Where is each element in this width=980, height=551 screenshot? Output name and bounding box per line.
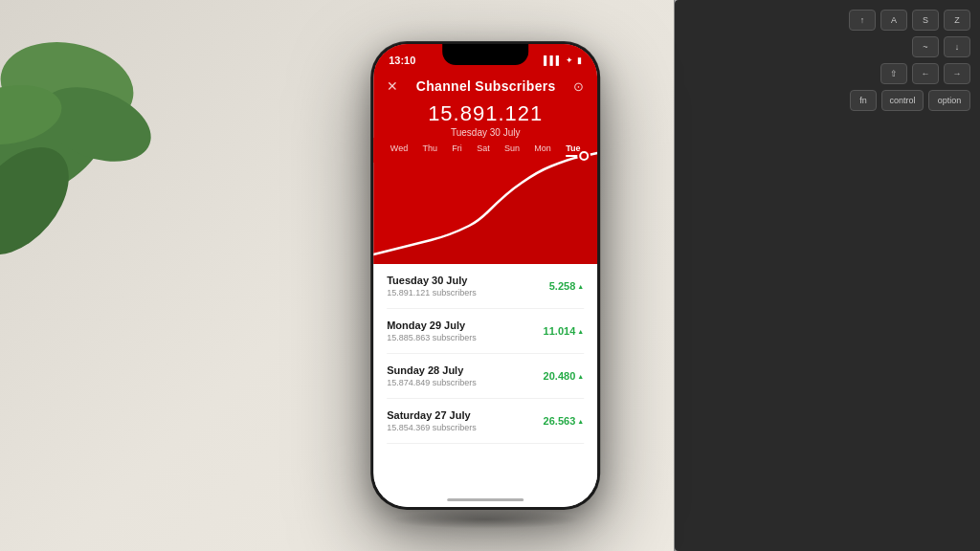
stat-subs-1: 15.885.863 subscribers [387,333,477,342]
key-arrow-down: ↓ [944,36,970,57]
svg-point-6 [581,153,587,159]
key-fn: fn [850,90,877,111]
plant-decoration [0,0,191,297]
key-arrow-left: ← [912,63,939,84]
stat-subs-0: 15.891.121 subscribers [387,288,477,298]
stat-subs-3: 15.854.369 subscribers [387,423,477,432]
phone: 13:10 ▌▌▌ ✦ ▮ ✕ Channel Subscribers ⊙ [370,41,600,510]
stat-info-1: Monday 29 July 15.885.863 subscribers [387,320,477,342]
chart-section: 13:10 ▌▌▌ ✦ ▮ ✕ Channel Subscribers ⊙ [373,44,597,264]
laptop: ↑ A S Z ~ ↓ ⇧ ← → fn control option [674,0,980,551]
phone-notch [442,44,528,65]
camera-icon[interactable]: ⊙ [573,79,584,94]
stat-change-2: 20.480 [544,370,585,382]
stat-row-1[interactable]: Monday 29 July 15.885.863 subscribers 11… [387,309,584,354]
battery-icon: ▮ [577,55,582,65]
stat-row-0[interactable]: Tuesday 30 July 15.891.121 subscribers 5… [387,264,584,309]
key-row-2: ~ ↓ [684,36,970,57]
key-control: control [881,90,924,111]
close-button[interactable]: ✕ [387,78,398,94]
stat-change-3: 26.563 [544,415,585,427]
key-row-3: ⇧ ← → [684,63,970,84]
subscriber-count-section: 15.891.121 Tuesday 30 July [373,101,597,138]
stat-subs-2: 15.874.849 subscribers [387,378,477,387]
key-a: A [880,10,907,31]
stat-change-1: 11.014 [544,325,585,337]
key-shift: ⇧ [880,63,907,84]
wifi-icon: ✦ [566,55,573,65]
keyboard: ↑ A S Z ~ ↓ ⇧ ← → fn control option [675,0,980,551]
stat-info-2: Sunday 28 July 15.874.849 subscribers [387,364,477,387]
key-z: Z [944,10,970,31]
key-tilde: ~ [912,36,939,57]
key-arrow-right: → [944,63,970,84]
stats-list: Tuesday 30 July 15.891.121 subscribers 5… [373,264,597,507]
total-count: 15.891.121 [373,101,597,126]
stat-day-1: Monday 29 July [387,320,477,331]
stat-day-3: Saturday 27 July [387,409,477,421]
phone-screen: 13:10 ▌▌▌ ✦ ▮ ✕ Channel Subscribers ⊙ [373,44,597,507]
stat-row-3[interactable]: Saturday 27 July 15.854.369 subscribers … [387,399,584,444]
app-header: ✕ Channel Subscribers ⊙ [373,71,597,98]
stat-row-2[interactable]: Sunday 28 July 15.874.849 subscribers 20… [387,354,584,399]
phone-outer-shell: 13:10 ▌▌▌ ✦ ▮ ✕ Channel Subscribers ⊙ [370,41,600,510]
selected-date: Tuesday 30 July [373,127,597,138]
phone-shadow [390,510,581,529]
stat-info-0: Tuesday 30 July 15.891.121 subscribers [387,275,477,298]
chart-graph[interactable] [373,140,597,264]
stat-day-0: Tuesday 30 July [387,275,477,286]
screen-title: Channel Subscribers [416,78,556,94]
stat-day-2: Sunday 28 July [387,364,477,376]
key-s: S [912,10,939,31]
stat-info-3: Saturday 27 July 15.854.369 subscribers [387,409,477,432]
app-screen: 13:10 ▌▌▌ ✦ ▮ ✕ Channel Subscribers ⊙ [373,44,597,507]
status-time: 13:10 [389,55,415,66]
status-icons: ▌▌▌ ✦ ▮ [544,55,582,65]
key-row-1: ↑ A S Z [684,10,970,31]
stat-change-0: 5.258 [549,280,584,292]
key-row-fn: fn control option [684,90,970,111]
signal-icon: ▌▌▌ [544,55,562,65]
key-option: option [928,90,970,111]
key-arrow-up: ↑ [849,10,876,31]
home-indicator [447,498,523,501]
